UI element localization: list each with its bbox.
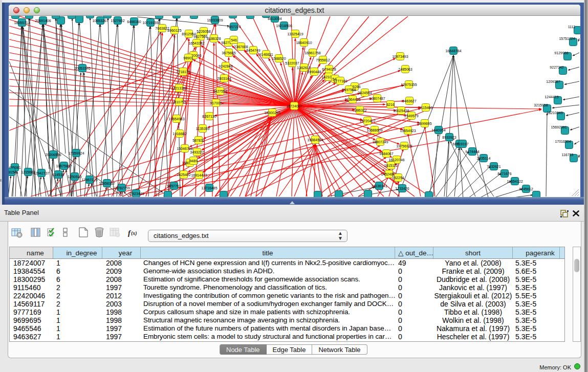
svg-text:1112: 1112 [568,25,576,29]
svg-text:16961758: 16961758 [304,51,320,55]
svg-text:1810755: 1810755 [172,100,186,104]
svg-text:116753: 116753 [562,153,574,157]
svg-text:10975867: 10975867 [56,164,72,168]
svg-text:10653267: 10653267 [92,19,108,23]
svg-text:9146821: 9146821 [259,53,273,56]
svg-text:6466160: 6466160 [127,20,141,24]
svg-text:9463627: 9463627 [402,99,416,103]
svg-text:18640910: 18640910 [296,41,312,45]
svg-text:98901: 98901 [183,56,193,60]
svg-text:3675685: 3675685 [222,51,235,55]
svg-text:10958167: 10958167 [99,182,115,185]
svg-text:8267130: 8267130 [202,115,216,118]
svg-text:10973493: 10973493 [392,55,408,58]
svg-text:13325419: 13325419 [287,32,303,36]
svg-text:19218506: 19218506 [276,24,292,28]
svg-text:9489: 9489 [189,159,198,163]
svg-text:19384554: 19384554 [307,138,323,142]
svg-text:8990448: 8990448 [307,70,321,74]
svg-text:15751024: 15751024 [559,37,575,40]
svg-text:10688609: 10688609 [366,128,382,132]
svg-text:1209387: 1209387 [546,80,560,83]
svg-text:9227342: 9227342 [550,65,563,69]
svg-text:6216: 6216 [386,103,395,106]
svg-text:(x): (x) [131,230,137,236]
svg-text:7386322: 7386322 [353,108,366,112]
svg-text:9115460: 9115460 [419,106,433,110]
svg-text:3624554: 3624554 [358,91,372,95]
svg-text:1640954: 1640954 [431,128,445,132]
svg-text:20053346: 20053346 [74,67,90,70]
svg-text:13716485: 13716485 [201,186,217,190]
svg-text:1135359: 1135359 [196,127,210,130]
svg-text:9699695: 9699695 [418,122,431,125]
svg-text:18300295: 18300295 [264,111,280,115]
svg-text:546: 546 [231,38,237,42]
svg-text:8186328: 8186328 [207,37,221,40]
svg-text:12975155: 12975155 [401,83,417,86]
svg-text:8813054: 8813054 [268,17,281,20]
svg-text:18807249: 18807249 [372,140,388,144]
svg-text:2718176: 2718176 [176,70,190,74]
svg-text:17359924: 17359924 [68,151,84,155]
svg-text:7632621: 7632621 [487,165,500,168]
svg-text:8454749: 8454749 [246,49,260,52]
svg-text:10654122: 10654122 [507,180,522,183]
svg-text:16914473: 16914473 [191,173,207,177]
svg-text:7857224: 7857224 [227,25,241,29]
svg-text:21364436: 21364436 [344,98,360,101]
svg-text:18055713: 18055713 [14,21,30,25]
svg-text:18724007: 18724007 [286,104,302,108]
svg-text:19654983: 19654983 [168,117,184,121]
svg-text:19756928: 19756928 [396,144,412,148]
svg-text:1250515: 1250515 [68,175,81,179]
svg-text:1615112: 1615112 [384,164,398,167]
svg-text:9245612: 9245612 [519,187,533,191]
svg-text:2549579: 2549579 [404,114,418,118]
svg-text:15046766: 15046766 [177,147,192,150]
svg-text:8427552: 8427552 [213,90,227,93]
svg-text:1362615: 1362615 [297,66,311,70]
svg-text:919197: 919197 [456,142,468,146]
svg-text:587832: 587832 [192,139,204,142]
svg-text:1916682: 1916682 [172,132,186,136]
svg-text:1527602: 1527602 [111,19,124,23]
svg-text:9857791: 9857791 [167,184,181,188]
svg-text:16782759: 16782759 [114,186,129,190]
svg-text:8960125: 8960125 [167,29,181,32]
svg-text:8471676: 8471676 [497,172,511,176]
svg-text:1244415: 1244415 [545,95,558,99]
svg-text:3493222: 3493222 [190,150,204,154]
svg-text:917006: 917006 [210,101,222,105]
svg-text:39154: 39154 [9,170,16,174]
svg-text:12923446: 12923446 [128,192,144,195]
svg-text:1733426: 1733426 [395,187,409,190]
svg-text:5226058: 5226058 [197,30,210,33]
svg-text:9777169: 9777169 [333,79,347,83]
svg-text:14136141: 14136141 [371,184,387,188]
svg-text:7485063: 7485063 [398,68,412,71]
svg-text:12942737: 12942737 [33,171,49,175]
svg-text:12213389: 12213389 [171,86,187,90]
svg-text:10025438: 10025438 [393,109,409,113]
svg-text:6497568: 6497568 [342,88,356,92]
svg-text:5322037: 5322037 [285,61,299,65]
svg-text:7625402: 7625402 [177,173,190,177]
svg-text:16210643: 16210643 [547,111,562,115]
svg-text:9684067: 9684067 [379,152,393,156]
svg-text:8933923: 8933923 [442,136,456,139]
svg-text:1588520: 1588520 [272,57,286,60]
svg-text:16120746: 16120746 [388,158,404,162]
svg-text:9129966: 9129966 [554,51,568,55]
svg-text:114519: 114519 [53,173,64,177]
svg-text:15720407: 15720407 [359,119,375,123]
svg-text:2367608: 2367608 [234,45,248,49]
svg-text:19654923: 19654923 [400,129,416,133]
svg-text:20206556: 20206556 [45,153,61,157]
svg-text:9474444: 9474444 [465,150,479,154]
svg-text:9242848: 9242848 [219,64,232,68]
svg-text:2935114: 2935114 [477,157,491,160]
svg-text:16648784: 16648784 [445,49,461,53]
svg-text:10807487: 10807487 [369,97,385,100]
svg-text:15692991: 15692991 [551,125,567,129]
